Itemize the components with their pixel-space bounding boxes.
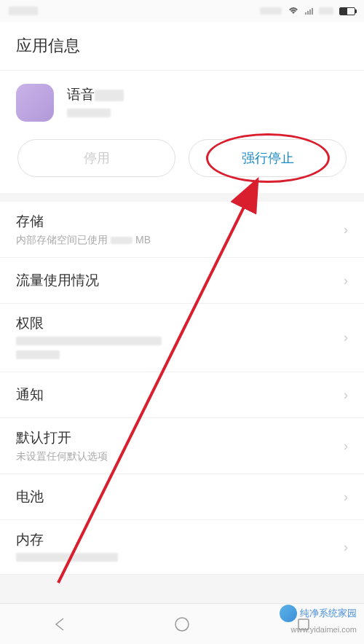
- page-title: 应用信息: [16, 35, 348, 57]
- watermark-url: www.yidaimei.com: [291, 625, 357, 634]
- default-open-sublabel: 未设置任何默认选项: [16, 450, 338, 463]
- battery-item[interactable]: 电池 ›: [0, 474, 364, 520]
- chevron-right-icon: ›: [344, 330, 348, 345]
- chevron-right-icon: ›: [344, 439, 348, 454]
- memory-sublabel: [16, 552, 338, 564]
- nav-home-button[interactable]: [160, 610, 204, 639]
- storage-label: 存储: [16, 212, 338, 231]
- chevron-right-icon: ›: [344, 540, 348, 555]
- disable-button[interactable]: 停用: [17, 139, 175, 177]
- watermark-text: 纯净系统家园: [300, 607, 357, 620]
- settings-list: 存储 内部存储空间已使用MB › 流量使用情况 › 权限 › 通知 ›: [0, 202, 364, 575]
- battery-label: 电池: [16, 487, 338, 506]
- wifi-icon: [288, 7, 299, 15]
- permissions-label: 权限: [16, 314, 338, 333]
- app-name: 语音: [67, 85, 124, 104]
- memory-label: 内存: [16, 530, 338, 549]
- page-header: 应用信息: [0, 22, 364, 71]
- default-open-label: 默认打开: [16, 428, 338, 447]
- nav-back-button[interactable]: [39, 610, 82, 639]
- notifications-item[interactable]: 通知 ›: [0, 372, 364, 418]
- app-details: 语音: [67, 85, 124, 120]
- data-usage-item[interactable]: 流量使用情况 ›: [0, 258, 364, 304]
- permissions-sublabel: [16, 336, 338, 361]
- app-icon: [16, 84, 54, 122]
- status-right: [260, 7, 355, 15]
- action-buttons: 停用 强行停止: [16, 139, 348, 177]
- notifications-label: 通知: [16, 385, 338, 404]
- default-open-item[interactable]: 默认打开 未设置任何默认选项 ›: [0, 418, 364, 474]
- chevron-right-icon: ›: [344, 388, 348, 403]
- force-stop-button[interactable]: 强行停止: [189, 139, 347, 177]
- storage-sublabel: 内部存储空间已使用MB: [16, 234, 338, 247]
- data-usage-label: 流量使用情况: [16, 271, 338, 290]
- signal-icon: [305, 8, 313, 15]
- permissions-item[interactable]: 权限 ›: [0, 304, 364, 372]
- watermark: 纯净系统家园: [280, 605, 357, 622]
- battery-icon: [339, 7, 355, 15]
- chevron-right-icon: ›: [344, 222, 348, 237]
- svg-point-2: [175, 618, 189, 631]
- chevron-right-icon: ›: [344, 490, 348, 505]
- status-bar: [0, 0, 364, 22]
- storage-item[interactable]: 存储 内部存储空间已使用MB ›: [0, 202, 364, 258]
- memory-item[interactable]: 内存 ›: [0, 520, 364, 575]
- watermark-icon: [280, 605, 297, 622]
- chevron-right-icon: ›: [344, 273, 348, 288]
- status-left: [9, 7, 38, 15]
- app-info-section: 语音 停用 强行停止: [0, 71, 364, 193]
